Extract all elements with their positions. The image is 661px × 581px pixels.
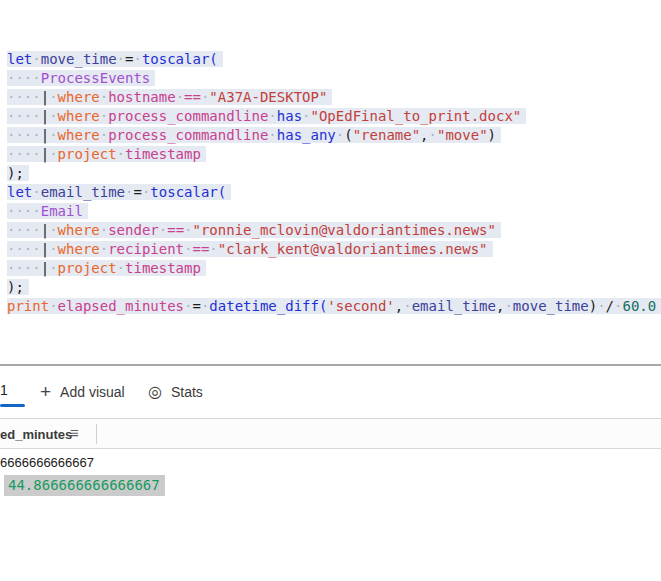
whitespace-dots: ·: [32, 184, 40, 200]
code-token: |: [41, 241, 49, 257]
code-token: sender: [108, 222, 159, 238]
whitespace-dots: ·: [133, 51, 141, 67]
expanded-cell-row: 44.866666666666667: [0, 474, 661, 498]
whitespace-dots: ·: [302, 108, 310, 124]
code-token: "OpEdFinal_to_print.docx": [311, 108, 522, 124]
column-separator: [96, 424, 97, 444]
tab-results-table[interactable]: 1: [0, 379, 25, 404]
code-token: |: [41, 222, 49, 238]
code-token: move_time: [513, 298, 589, 314]
code-token: process_commandline: [108, 127, 268, 143]
code-token: |: [41, 146, 49, 162]
code-token: );: [7, 279, 24, 295]
whitespace-dots: ·: [268, 127, 276, 143]
code-line[interactable]: ····|·where·process_commandline·has·"OpE…: [7, 107, 661, 126]
code-line[interactable]: ····|·where·recipient·==·"clark_kent@val…: [7, 240, 661, 259]
whitespace-dots: ····: [7, 260, 41, 276]
code-token: ==: [167, 222, 184, 238]
kusto-query-editor[interactable]: let·move_time·=·toscalar(····ProcessEven…: [0, 0, 661, 364]
code-token: "move": [437, 127, 488, 143]
code-token: "A37A-DESKTOP": [209, 89, 327, 105]
code-token: recipient: [108, 241, 184, 257]
code-line[interactable]: ····|·where·sender·==·"ronnie_mclovin@va…: [7, 221, 661, 240]
whitespace-dots: ·: [49, 89, 57, 105]
stats-icon: ◎: [148, 384, 162, 400]
code-token: ,: [395, 298, 403, 314]
whitespace-dots: ·: [403, 298, 411, 314]
code-token: toscalar(: [150, 184, 226, 200]
code-line[interactable]: ····ProcessEvents: [7, 69, 661, 88]
code-token: ==: [192, 241, 209, 257]
code-token: where: [58, 241, 100, 257]
add-visual-label: Add visual: [60, 384, 125, 400]
code-line[interactable]: ····|·where·hostname·==·"A37A-DESKTOP": [7, 88, 661, 107]
code-token: hostname: [108, 89, 175, 105]
whitespace-dots: ·: [49, 222, 57, 238]
whitespace-dots: ····: [7, 70, 41, 86]
code-token: ): [589, 298, 597, 314]
code-line[interactable]: ····|·project·timestamp: [7, 259, 661, 278]
code-token: =: [192, 298, 200, 314]
add-visual-button[interactable]: + Add visual: [40, 378, 125, 406]
grid-cell-elapsed-minutes[interactable]: 6666666666667: [0, 455, 94, 470]
code-token: email_time: [412, 298, 496, 314]
stats-button[interactable]: ◎ Stats: [148, 378, 203, 406]
whitespace-dots: ····: [7, 241, 41, 257]
code-token: let: [7, 51, 32, 67]
code-token: "clark_kent@valdoriantimes.news": [218, 241, 488, 257]
code-line[interactable]: );: [7, 278, 661, 297]
whitespace-dots: ·: [49, 146, 57, 162]
whitespace-dots: ·: [117, 51, 125, 67]
code-line[interactable]: ····|·project·timestamp: [7, 145, 661, 164]
whitespace-dots: ····: [7, 146, 41, 162]
whitespace-dots: ·: [100, 222, 108, 238]
column-header-label: ed_minutes: [0, 427, 72, 442]
whitespace-dots: ····: [7, 89, 41, 105]
code-token: project: [58, 146, 117, 162]
code-token: );: [7, 165, 24, 181]
whitespace-dots: ·: [32, 51, 40, 67]
code-line[interactable]: ····Email: [7, 202, 661, 221]
code-token: (: [344, 127, 352, 143]
whitespace-dots: ·: [100, 241, 108, 257]
code-line[interactable]: let·move_time·=·toscalar(: [7, 50, 661, 69]
whitespace-dots: ·: [268, 108, 276, 124]
grid-column-header-elapsed-minutes[interactable]: ed_minutes ≡: [0, 419, 661, 449]
code-token: "rename": [353, 127, 420, 143]
code-line[interactable]: let·email_time·=·toscalar(: [7, 183, 661, 202]
expanded-cell-value[interactable]: 44.866666666666667: [4, 475, 165, 496]
column-menu-icon[interactable]: ≡: [70, 424, 79, 441]
code-line[interactable]: );: [7, 164, 661, 183]
whitespace-dots: ····: [7, 127, 41, 143]
whitespace-dots: ····: [7, 108, 41, 124]
code-token: where: [58, 89, 100, 105]
code-token: toscalar(: [142, 51, 218, 67]
grid-row[interactable]: 6666666666667: [0, 450, 661, 472]
results-tab-bar: 1 + Add visual ◎ Stats: [0, 366, 661, 418]
code-token: ): [488, 127, 496, 143]
code-token: |: [41, 108, 49, 124]
whitespace-dots: ·: [117, 146, 125, 162]
code-token: move_time: [41, 51, 117, 67]
code-lines: let·move_time·=·toscalar(····ProcessEven…: [7, 50, 661, 316]
whitespace-dots: ·: [117, 260, 125, 276]
code-token: ==: [184, 89, 201, 105]
code-line[interactable]: print·elapsed_minutes·=·datetime_diff('s…: [7, 297, 661, 316]
tab-results-label: 1: [0, 382, 8, 398]
code-token: 60.0: [622, 298, 656, 314]
code-token: ProcessEvents: [41, 70, 151, 86]
whitespace-dots: ·: [209, 241, 217, 257]
code-token: |: [41, 89, 49, 105]
whitespace-dots: ·: [49, 298, 57, 314]
code-token: |: [41, 260, 49, 276]
whitespace-dots: ····: [7, 203, 41, 219]
code-line[interactable]: ····|·where·process_commandline·has_any·…: [7, 126, 661, 145]
code-token: timestamp: [125, 260, 201, 276]
whitespace-dots: ·: [184, 222, 192, 238]
code-token: project: [58, 260, 117, 276]
code-token: has: [277, 108, 302, 124]
code-token: |: [41, 127, 49, 143]
code-token: let: [7, 184, 32, 200]
whitespace-dots: ·: [159, 222, 167, 238]
code-token: process_commandline: [108, 108, 268, 124]
